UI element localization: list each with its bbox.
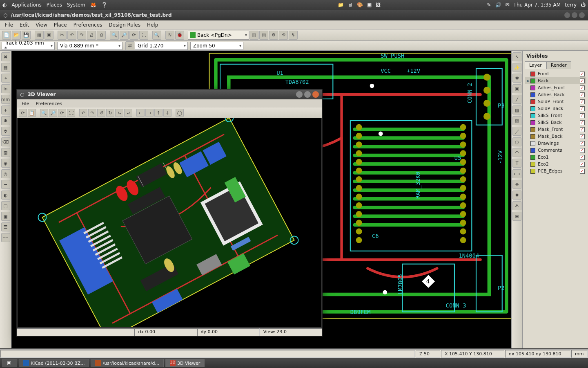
zoom-redraw-icon[interactable]: ⟳: [58, 109, 66, 117]
drc-off-icon[interactable]: ✖: [1, 52, 10, 61]
cut-icon[interactable]: ✂: [58, 31, 67, 40]
layer-visibility-checkbox[interactable]: [580, 120, 585, 125]
delete-icon[interactable]: ✖: [512, 191, 521, 200]
move-right-icon[interactable]: →: [145, 109, 154, 117]
via-fill-icon[interactable]: ◎: [1, 169, 10, 178]
user-menu[interactable]: terry: [565, 2, 577, 8]
ubuntu-logo-icon[interactable]: ◐: [2, 2, 7, 8]
layers-toolbar-icon[interactable]: ☰: [1, 222, 10, 231]
layer-row[interactable]: SoldP_Back: [525, 105, 586, 112]
task-kicad[interactable]: KiCad (2011-03-30 BZ...: [19, 359, 89, 367]
layer-row[interactable]: Adhes_Front: [525, 84, 586, 91]
layer-row[interactable]: SoldP_Front: [525, 98, 586, 105]
power-icon[interactable]: ⏻: [581, 2, 586, 8]
zoom-in-icon[interactable]: 🔍: [40, 109, 48, 117]
add-dimension-icon[interactable]: ⟷: [512, 169, 521, 178]
layer-visibility-checkbox[interactable]: [580, 79, 585, 83]
maximize-button[interactable]: [572, 12, 577, 18]
layer-visibility-checkbox[interactable]: [580, 99, 585, 104]
close-button[interactable]: [312, 91, 319, 98]
add-module-icon[interactable]: ▣: [512, 84, 521, 93]
layer-row[interactable]: Comments: [525, 147, 586, 154]
tray-icon[interactable]: 📁: [338, 2, 344, 8]
autodelete-icon[interactable]: ⌫: [1, 137, 10, 146]
pad-fill-icon[interactable]: ◉: [1, 159, 10, 168]
grid-origin-icon[interactable]: ⊞: [512, 212, 521, 221]
menu-system[interactable]: System: [67, 2, 85, 8]
menu-view[interactable]: View: [32, 21, 50, 29]
layer-select[interactable]: Back <PgDn>: [188, 31, 249, 40]
layer-visibility-checkbox[interactable]: [580, 134, 585, 139]
layer-visibility-checkbox[interactable]: [580, 113, 585, 118]
layer-visibility-checkbox[interactable]: [580, 85, 585, 90]
zoom-in-icon[interactable]: 🔍: [110, 31, 119, 40]
appmenu-icon[interactable]: ○: [3, 12, 7, 18]
menu-file[interactable]: File: [18, 101, 32, 107]
layer-row[interactable]: Drawings: [525, 140, 586, 147]
polar-icon[interactable]: ⌖: [1, 74, 10, 83]
page-settings-icon[interactable]: ▦: [35, 31, 44, 40]
zoom-fit-icon[interactable]: ⛶: [139, 31, 148, 40]
clock[interactable]: Thu Apr 7, 1:35 AM: [514, 2, 561, 8]
zoom-select[interactable]: Zoom 50: [190, 42, 243, 50]
print-icon[interactable]: 🖨: [87, 31, 96, 40]
netlist-icon[interactable]: N: [165, 31, 174, 40]
rotate-x-pos-icon[interactable]: ↷: [88, 109, 96, 117]
menu-help[interactable]: Help: [144, 21, 161, 29]
window-menu-icon[interactable]: ○: [20, 92, 24, 97]
auto-track-icon[interactable]: ⇄: [125, 41, 134, 50]
menu-applications[interactable]: Applications: [11, 2, 41, 8]
reload-icon[interactable]: ⟳: [19, 109, 27, 117]
layer-row[interactable]: Eco2: [525, 161, 586, 168]
menu-file[interactable]: File: [2, 21, 16, 29]
redo-icon[interactable]: ↷: [77, 31, 86, 40]
layer-row[interactable]: Mask_Front: [525, 126, 586, 133]
tray-icon[interactable]: ▣: [367, 2, 372, 8]
copy-image-icon[interactable]: 📋: [28, 109, 36, 117]
find-icon[interactable]: 🔍: [152, 31, 161, 40]
cursor-shape-icon[interactable]: +: [1, 105, 10, 114]
module-editor-icon[interactable]: ▣: [45, 31, 53, 40]
zoom-redraw-icon[interactable]: ⟳: [129, 31, 138, 40]
add-zone-icon[interactable]: ▨: [512, 105, 521, 114]
layer-visibility-checkbox[interactable]: [580, 162, 585, 167]
toolbar-icon[interactable]: ▤: [259, 31, 268, 40]
menu-design-rules[interactable]: Design Rules: [105, 21, 144, 29]
layer-row[interactable]: ▸Back: [525, 77, 586, 84]
track-fill-icon[interactable]: ━: [1, 180, 10, 189]
grid-icon[interactable]: ▦: [1, 63, 10, 72]
menu-place[interactable]: Place: [51, 21, 70, 29]
save-icon[interactable]: 💾: [22, 31, 31, 40]
layer-visibility-checkbox[interactable]: [580, 141, 585, 146]
ratsnest-display-icon[interactable]: ✱: [512, 74, 521, 83]
mode-icon[interactable]: ⟲: [279, 31, 288, 40]
zone-fill-icon[interactable]: ▨: [1, 148, 10, 157]
plot-icon[interactable]: ⎙: [97, 31, 106, 40]
layer-row[interactable]: SilkS_Back: [525, 119, 586, 126]
ortho-icon[interactable]: ◯: [176, 109, 184, 117]
contrast-icon[interactable]: ◐: [1, 191, 10, 200]
zoom-fit-icon[interactable]: ⛶: [67, 109, 75, 117]
drc-icon[interactable]: 🐞: [175, 31, 184, 40]
highlight-net-icon[interactable]: ✨: [512, 63, 521, 72]
toolbar-icon[interactable]: ▥: [249, 31, 258, 40]
layer-visibility-checkbox[interactable]: [580, 155, 585, 160]
layer-visibility-checkbox[interactable]: [580, 92, 585, 97]
layer-visibility-checkbox[interactable]: [580, 127, 585, 132]
rotate-y-pos-icon[interactable]: ↻: [106, 109, 114, 117]
layer-row[interactable]: Eco1: [525, 154, 586, 161]
layer-row[interactable]: Mask_Back: [525, 133, 586, 140]
rotate-y-neg-icon[interactable]: ↺: [97, 109, 105, 117]
toolbar-icon[interactable]: ↯: [289, 31, 298, 40]
tray-icon[interactable]: 🎨: [357, 2, 363, 8]
maximize-button[interactable]: [304, 91, 311, 98]
rotate-x-neg-icon[interactable]: ↶: [79, 109, 87, 117]
3d-viewer-window[interactable]: ○ 3D Viewer File Preferences ⟳ 📋 🔍 🔎 ⟳ ⛶…: [16, 89, 323, 337]
via-size-select[interactable]: Via 0.889 mm *: [57, 42, 122, 50]
menu-edit[interactable]: Edit: [16, 21, 32, 29]
mail-icon[interactable]: ✉: [506, 2, 510, 8]
menu-preferences[interactable]: Preferences: [70, 21, 106, 29]
cursor-icon[interactable]: ↖: [512, 52, 521, 61]
tray-icon[interactable]: 🖼: [376, 2, 381, 8]
open-icon[interactable]: 📂: [12, 31, 21, 40]
